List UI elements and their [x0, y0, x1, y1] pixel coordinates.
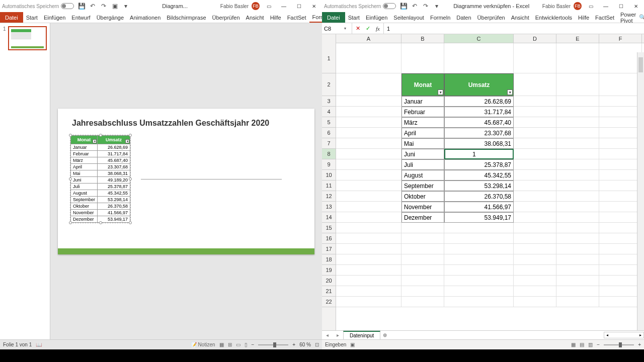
zoom-in-icon[interactable]: + — [638, 342, 641, 347]
cell-F17[interactable] — [599, 244, 642, 254]
cell-A17[interactable] — [336, 244, 401, 254]
row-header-3[interactable]: 3 — [322, 96, 336, 107]
save-icon[interactable]: 💾 — [400, 3, 407, 10]
autosave-toggle[interactable]: Automatisches Speichern — [324, 3, 396, 9]
cell-F2[interactable] — [599, 73, 642, 96]
cell-A22[interactable] — [336, 297, 401, 307]
cell-F19[interactable] — [599, 265, 642, 276]
view-slideshow-icon[interactable]: ▯ — [245, 342, 248, 347]
row-header-6[interactable]: 6 — [322, 128, 336, 138]
cell-B13[interactable]: November — [401, 202, 444, 212]
cell-D16[interactable] — [514, 233, 556, 244]
close-icon[interactable]: ✕ — [308, 2, 320, 11]
cell-B21[interactable] — [401, 286, 444, 297]
tab-übergänge[interactable]: Übergänge — [94, 12, 127, 23]
cell-B17[interactable] — [401, 244, 444, 254]
cancel-icon[interactable]: ✕ — [354, 25, 361, 32]
cell-F13[interactable] — [599, 202, 642, 212]
notes-button[interactable]: 📝 Notizen — [191, 342, 215, 347]
tab-animationen[interactable]: Animationen — [127, 12, 164, 23]
sheet-nav-next-icon[interactable]: ▸ — [333, 332, 343, 338]
cell-A20[interactable] — [336, 276, 401, 286]
slideshow-icon[interactable]: ▣ — [111, 3, 118, 10]
row-header-1[interactable]: 1 — [322, 43, 336, 73]
cell-E15[interactable] — [556, 223, 599, 233]
cell-A10[interactable] — [336, 170, 401, 180]
cell-D10[interactable] — [514, 170, 556, 180]
cell-D2[interactable] — [514, 73, 556, 96]
cell-E9[interactable] — [556, 159, 599, 170]
dropdown-icon[interactable]: ▾ — [433, 3, 440, 10]
cell-E6[interactable] — [556, 128, 599, 138]
undo-icon[interactable]: ↶ — [89, 3, 96, 10]
col-header-D[interactable]: D — [514, 34, 556, 43]
tab-ansicht[interactable]: Ansicht — [243, 12, 267, 23]
row-header-13[interactable]: 13 — [322, 202, 336, 212]
zoom-level[interactable]: 60 % — [299, 342, 311, 347]
cell-E3[interactable] — [556, 96, 599, 107]
cell-D14[interactable] — [514, 212, 556, 223]
slide-thumbnail-1[interactable] — [8, 26, 47, 50]
cell-A3[interactable] — [336, 96, 401, 107]
cell-B20[interactable] — [401, 276, 444, 286]
minimize-icon[interactable]: — — [600, 2, 612, 11]
tab-ansicht[interactable]: Ansicht — [508, 12, 532, 23]
cell-F22[interactable] — [599, 297, 642, 307]
row-header-2[interactable]: 2 — [322, 73, 336, 96]
tab-überprüfen[interactable]: Überprüfen — [209, 12, 243, 23]
cell-C15[interactable] — [444, 223, 514, 233]
view-normal-icon[interactable]: ▦ — [571, 342, 576, 347]
cell-C14[interactable]: 53.949,17 — [444, 212, 514, 223]
cell-C4[interactable]: 31.717,84 — [444, 107, 514, 117]
cell-C9[interactable]: 25.378,87 — [444, 159, 514, 170]
slide-title[interactable]: Jahresabschluss Umsatzzahlen Geschäftsja… — [72, 119, 302, 128]
tab-hilfe[interactable]: Hilfe — [575, 12, 592, 23]
row-header-11[interactable]: 11 — [322, 180, 336, 191]
cell-F14[interactable] — [599, 212, 642, 223]
cell-B12[interactable]: Oktober — [401, 191, 444, 202]
cell-C10[interactable]: 45.342,55 — [444, 170, 514, 180]
row-header-14[interactable]: 14 — [322, 212, 336, 223]
col-header-A[interactable]: A — [336, 34, 401, 43]
tab-überprüfen[interactable]: Überprüfen — [474, 12, 508, 23]
confirm-icon[interactable]: ✓ — [364, 25, 371, 32]
tab-datei[interactable]: Datei — [0, 12, 23, 23]
cell-B14[interactable]: Dezember — [401, 212, 444, 223]
select-all-corner[interactable] — [322, 34, 336, 43]
dropdown-icon[interactable]: ▾ — [122, 3, 129, 10]
row-header-4[interactable]: 4 — [322, 107, 336, 117]
save-icon[interactable]: 💾 — [78, 3, 85, 10]
formula-input[interactable]: 1 — [384, 26, 644, 32]
cell-A9[interactable] — [336, 159, 401, 170]
cell-C6[interactable]: 23.307,68 — [444, 128, 514, 138]
horizontal-scrollbar[interactable]: ◂▸ — [604, 332, 644, 338]
cell-F8[interactable] — [599, 149, 642, 159]
cell-C7[interactable]: 38.068,31 — [444, 138, 514, 149]
cell-F1[interactable] — [599, 43, 642, 73]
fx-icon[interactable]: fx — [374, 26, 381, 32]
cell-C11[interactable]: 53.298,14 — [444, 180, 514, 191]
cell-A13[interactable] — [336, 202, 401, 212]
tab-hilfe[interactable]: Hilfe — [267, 12, 284, 23]
tab-entwurf[interactable]: Entwurf — [68, 12, 93, 23]
cell-E2[interactable] — [556, 73, 599, 96]
row-header-16[interactable]: 16 — [322, 233, 336, 244]
maximize-icon[interactable]: ☐ — [615, 2, 627, 11]
cell-C22[interactable] — [444, 297, 514, 307]
cell-C8[interactable] — [444, 149, 514, 159]
macro-icon[interactable]: ▣ — [350, 342, 355, 347]
cell-E20[interactable] — [556, 276, 599, 286]
redo-icon[interactable]: ↷ — [100, 3, 107, 10]
cell-C13[interactable]: 41.566,97 — [444, 202, 514, 212]
row-header-19[interactable]: 19 — [322, 265, 336, 276]
cell-B5[interactable]: März — [401, 117, 444, 128]
cell-C16[interactable] — [444, 233, 514, 244]
cell-B6[interactable]: April — [401, 128, 444, 138]
cell-B7[interactable]: Mai — [401, 138, 444, 149]
zoom-slider[interactable] — [258, 344, 288, 345]
cell-D5[interactable] — [514, 117, 556, 128]
cell-B15[interactable] — [401, 223, 444, 233]
cell-A19[interactable] — [336, 265, 401, 276]
cell-B19[interactable] — [401, 265, 444, 276]
cell-E1[interactable] — [556, 43, 599, 73]
